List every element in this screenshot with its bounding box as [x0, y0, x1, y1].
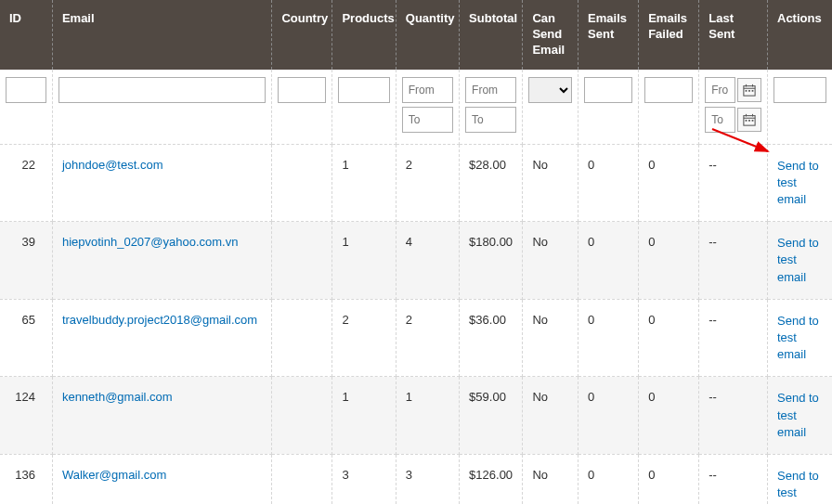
cell-quantity: 2: [396, 144, 459, 222]
header-id[interactable]: ID: [0, 0, 52, 70]
email-link[interactable]: Walker@gmail.com: [62, 468, 166, 482]
cell-id: 22: [0, 144, 52, 222]
header-last-sent[interactable]: Last Sent: [699, 0, 768, 70]
cell-email: travelbuddy.project2018@gmail.com: [52, 299, 271, 377]
cell-email: Walker@gmail.com: [52, 454, 271, 504]
cell-last-sent: --: [699, 377, 768, 455]
email-link[interactable]: kenneth@gmail.com: [62, 390, 173, 404]
cell-emails-sent: 0: [578, 299, 639, 377]
cell-emails-failed: 0: [639, 144, 699, 222]
table-row: 124kenneth@gmail.com11$59.00No00--Send t…: [0, 377, 832, 455]
filter-products-input[interactable]: [338, 77, 389, 103]
email-link[interactable]: travelbuddy.project2018@gmail.com: [62, 313, 257, 327]
cell-products: 3: [332, 454, 396, 504]
cell-email: kenneth@gmail.com: [52, 377, 271, 455]
filter-id-input[interactable]: [6, 77, 46, 103]
cell-products: 2: [332, 299, 396, 377]
svg-rect-11: [746, 120, 748, 122]
cell-actions: Send to test email: [768, 222, 833, 300]
header-actions: Actions: [768, 0, 833, 70]
filter-quantity-from[interactable]: [402, 77, 453, 103]
filter-lastsent-to[interactable]: [705, 107, 735, 133]
cell-emails-sent: 0: [578, 454, 639, 504]
table-row: 136Walker@gmail.com33$126.00No00--Send t…: [0, 454, 832, 504]
cell-emails-failed: 0: [639, 222, 699, 300]
cell-email: hiepvotinh_0207@yahoo.com.vn: [52, 222, 271, 300]
cell-actions: Send to test email: [768, 144, 833, 222]
cell-country: [272, 377, 332, 455]
table-row: 39hiepvotinh_0207@yahoo.com.vn14$180.00N…: [0, 222, 832, 300]
cell-emails-failed: 0: [639, 377, 699, 455]
table-row: 65travelbuddy.project2018@gmail.com22$36…: [0, 299, 832, 377]
filter-emails-sent-input[interactable]: [584, 77, 632, 103]
cell-actions: Send to test email: [768, 299, 833, 377]
cell-quantity: 4: [396, 222, 459, 300]
cell-country: [272, 299, 332, 377]
cell-last-sent: --: [699, 454, 768, 504]
header-subtotal[interactable]: Subtotal: [460, 0, 523, 70]
cell-last-sent: --: [699, 299, 768, 377]
header-cansend[interactable]: Can Send Email: [523, 0, 578, 70]
cell-emails-sent: 0: [578, 377, 639, 455]
cell-subtotal: $126.00: [460, 454, 523, 504]
cell-subtotal: $36.00: [460, 299, 523, 377]
cell-emails-failed: 0: [639, 299, 699, 377]
header-emails-sent[interactable]: Emails Sent: [578, 0, 639, 70]
cell-quantity: 3: [396, 454, 459, 504]
svg-rect-6: [752, 90, 754, 92]
filter-quantity-to[interactable]: [402, 107, 453, 133]
cell-email: johndoe@test.com: [52, 144, 271, 222]
send-test-email-link[interactable]: Send to test email: [777, 236, 819, 283]
send-test-email-link[interactable]: Send to test email: [777, 159, 819, 206]
calendar-icon[interactable]: [737, 78, 761, 102]
cell-emails-failed: 0: [639, 454, 699, 504]
cell-last-sent: --: [699, 144, 768, 222]
filter-cansend-select[interactable]: [528, 77, 572, 103]
cell-products: 1: [332, 377, 396, 455]
cell-cansend: No: [523, 222, 578, 300]
cell-cansend: No: [523, 299, 578, 377]
email-link[interactable]: hiepvotinh_0207@yahoo.com.vn: [62, 235, 239, 249]
cell-products: 1: [332, 222, 396, 300]
filter-email-input[interactable]: [58, 77, 266, 103]
cell-cansend: No: [523, 144, 578, 222]
header-country[interactable]: Country: [272, 0, 332, 70]
cell-quantity: 1: [396, 377, 459, 455]
cell-id: 124: [0, 377, 52, 455]
header-row: ID Email Country Products Quantity Subto…: [0, 0, 832, 70]
filter-subtotal-from[interactable]: [465, 77, 516, 103]
send-test-email-link[interactable]: Send to test email: [777, 469, 819, 504]
header-quantity[interactable]: Quantity: [396, 0, 459, 70]
data-grid: ID Email Country Products Quantity Subto…: [0, 0, 832, 504]
cell-actions: Send to test email: [768, 377, 833, 455]
header-email[interactable]: Email: [52, 0, 271, 70]
email-link[interactable]: johndoe@test.com: [62, 158, 163, 172]
cell-products: 1: [332, 144, 396, 222]
cell-id: 39: [0, 222, 52, 300]
cell-subtotal: $28.00: [460, 144, 523, 222]
cell-subtotal: $59.00: [460, 377, 523, 455]
filter-subtotal-to[interactable]: [465, 107, 516, 133]
filter-row: [0, 70, 832, 145]
cell-cansend: No: [523, 377, 578, 455]
send-test-email-link[interactable]: Send to test email: [777, 391, 819, 438]
filter-lastsent-from[interactable]: [705, 77, 735, 103]
svg-rect-5: [748, 90, 750, 92]
cell-emails-sent: 0: [578, 222, 639, 300]
table-row: 22johndoe@test.com12$28.00No00--Send to …: [0, 144, 832, 222]
cell-quantity: 2: [396, 299, 459, 377]
filter-actions-input[interactable]: [774, 77, 826, 103]
svg-rect-4: [746, 90, 748, 92]
cell-last-sent: --: [699, 222, 768, 300]
calendar-icon[interactable]: [737, 108, 761, 132]
filter-country-input[interactable]: [278, 77, 326, 103]
header-products[interactable]: Products: [332, 0, 396, 70]
header-emails-failed[interactable]: Emails Failed: [639, 0, 699, 70]
cell-country: [272, 222, 332, 300]
cell-id: 65: [0, 299, 52, 377]
svg-rect-12: [748, 120, 750, 122]
cell-id: 136: [0, 454, 52, 504]
send-test-email-link[interactable]: Send to test email: [777, 314, 819, 361]
cell-emails-sent: 0: [578, 144, 639, 222]
filter-emails-failed-input[interactable]: [644, 77, 693, 103]
